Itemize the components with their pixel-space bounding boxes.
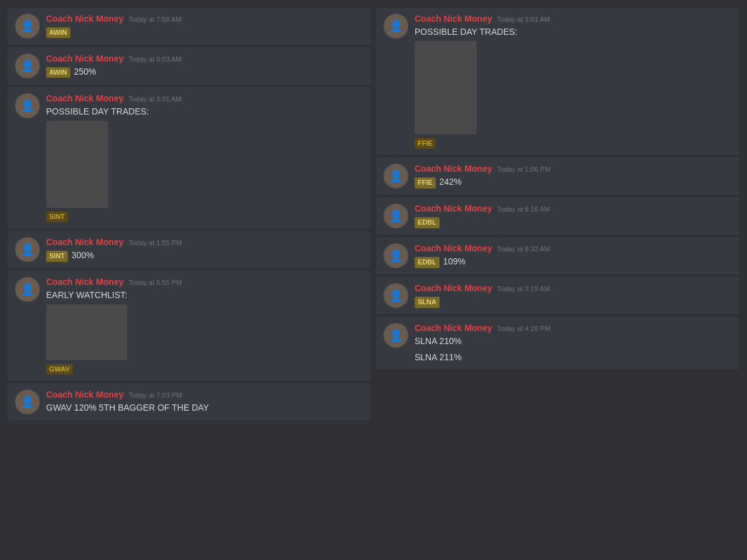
avatar-r5: 👤 bbox=[383, 283, 408, 308]
message-body-l5: EARLY WATCHLIST: GWAV bbox=[46, 289, 364, 375]
body-line-r6-1: SLNA 210% bbox=[415, 335, 732, 348]
image-l3 bbox=[46, 121, 108, 208]
avatar-l3: 👤 bbox=[15, 93, 40, 118]
chat-container: 👤 Coach Nick Money Today at 7:56 AM AWIN… bbox=[0, 0, 747, 560]
timestamp-l2: Today at 9:03 AM bbox=[128, 55, 181, 63]
avatar-l4: 👤 bbox=[15, 237, 40, 262]
message-body-l2: AWIN 250% bbox=[46, 66, 364, 78]
body-text-l4: 300% bbox=[72, 250, 94, 260]
username-r5: Coach Nick Money bbox=[415, 283, 492, 293]
username-r4: Coach Nick Money bbox=[415, 243, 492, 253]
timestamp-l4: Today at 1:55 PM bbox=[128, 239, 182, 246]
left-column: 👤 Coach Nick Money Today at 7:56 AM AWIN… bbox=[5, 5, 374, 555]
message-body-r4: EDBL 109% bbox=[415, 256, 732, 268]
message-body-l4: SINT 300% bbox=[46, 250, 364, 262]
timestamp-l6: Today at 7:03 PM bbox=[128, 391, 182, 399]
body-text-r4: 109% bbox=[443, 256, 466, 266]
message-content-l6: Coach Nick Money Today at 7:03 PM GWAV 1… bbox=[46, 390, 364, 414]
message-header-r1: Coach Nick Money Today at 3:01 AM bbox=[415, 14, 732, 24]
timestamp-l5: Today at 5:55 PM bbox=[128, 279, 182, 286]
message-body-l3: POSSIBLE DAY TRADES: SINT bbox=[46, 106, 364, 222]
message-body-r2: FFIE 242% bbox=[415, 176, 732, 189]
message-l3: 👤 Coach Nick Money Today at 3:01 AM POSS… bbox=[7, 87, 371, 228]
ticker-badge-l1: AWIN bbox=[46, 27, 70, 38]
message-r2: 👤 Coach Nick Money Today at 1:06 PM FFIE… bbox=[376, 157, 740, 195]
timestamp-r6: Today at 4:28 PM bbox=[497, 325, 550, 332]
avatar-l6: 👤 bbox=[15, 390, 40, 414]
ticker-badge-r3: EDBL bbox=[415, 217, 439, 228]
body-line-r6-2: SLNA 211% bbox=[415, 352, 732, 364]
body-text-r1: POSSIBLE DAY TRADES: bbox=[415, 27, 517, 37]
message-l2: 👤 Coach Nick Money Today at 9:03 AM AWIN… bbox=[7, 47, 371, 85]
timestamp-l1: Today at 7:56 AM bbox=[128, 16, 181, 23]
message-header-r4: Coach Nick Money Today at 8:32 AM bbox=[415, 243, 732, 253]
message-r5: 👤 Coach Nick Money Today at 3:19 AM SLNA bbox=[376, 277, 740, 314]
message-r6: 👤 Coach Nick Money Today at 4:28 PM SLNA… bbox=[376, 317, 740, 370]
message-l5: 👤 Coach Nick Money Today at 5:55 PM EARL… bbox=[7, 271, 371, 381]
message-header-r5: Coach Nick Money Today at 3:19 AM bbox=[415, 283, 732, 293]
username-l5: Coach Nick Money bbox=[46, 277, 123, 287]
body-text-r2: 242% bbox=[439, 177, 462, 187]
username-r1: Coach Nick Money bbox=[415, 14, 492, 24]
message-header-r2: Coach Nick Money Today at 1:06 PM bbox=[415, 164, 732, 174]
username-l2: Coach Nick Money bbox=[46, 54, 123, 63]
message-content-r2: Coach Nick Money Today at 1:06 PM FFIE 2… bbox=[415, 164, 732, 189]
avatar-l5: 👤 bbox=[15, 277, 40, 302]
body-text-l5: EARLY WATCHLIST: bbox=[46, 290, 127, 300]
avatar-l1: 👤 bbox=[15, 14, 40, 39]
avatar-r2: 👤 bbox=[383, 164, 408, 189]
message-header-l2: Coach Nick Money Today at 9:03 AM bbox=[46, 54, 364, 63]
timestamp-r2: Today at 1:06 PM bbox=[497, 166, 550, 173]
footer-ticker-l3: SINT bbox=[46, 212, 68, 222]
username-r3: Coach Nick Money bbox=[415, 203, 492, 213]
message-body-r6: SLNA 210% SLNA 211% bbox=[415, 335, 732, 363]
message-header-r6: Coach Nick Money Today at 4:28 PM bbox=[415, 323, 732, 333]
message-header-l1: Coach Nick Money Today at 7:56 AM bbox=[46, 14, 364, 24]
message-l6: 👤 Coach Nick Money Today at 7:03 PM GWAV… bbox=[7, 383, 371, 421]
username-l6: Coach Nick Money bbox=[46, 390, 123, 399]
timestamp-r5: Today at 3:19 AM bbox=[497, 285, 550, 292]
message-content-r6: Coach Nick Money Today at 4:28 PM SLNA 2… bbox=[415, 323, 732, 363]
message-r4: 👤 Coach Nick Money Today at 8:32 AM EDBL… bbox=[376, 237, 740, 274]
body-text-l6: GWAV 120% 5TH BAGGER OF THE DAY bbox=[46, 403, 209, 413]
right-column: 👤 Coach Nick Money Today at 3:01 AM POSS… bbox=[374, 5, 742, 555]
message-body-l6: GWAV 120% 5TH BAGGER OF THE DAY bbox=[46, 402, 364, 414]
message-header-l5: Coach Nick Money Today at 5:55 PM bbox=[46, 277, 364, 287]
message-content-l1: Coach Nick Money Today at 7:56 AM AWIN bbox=[46, 14, 364, 39]
message-content-l5: Coach Nick Money Today at 5:55 PM EARLY … bbox=[46, 277, 364, 375]
message-header-r3: Coach Nick Money Today at 6:16 AM bbox=[415, 203, 732, 213]
ticker-badge-r2: FFIE bbox=[415, 177, 436, 188]
message-body-r1: POSSIBLE DAY TRADES: FFIE bbox=[415, 26, 732, 149]
avatar-r4: 👤 bbox=[383, 243, 408, 268]
body-text-l2: 250% bbox=[74, 67, 96, 77]
ticker-badge-l4: SINT bbox=[46, 251, 68, 261]
avatar-r6: 👤 bbox=[383, 323, 408, 348]
username-r6: Coach Nick Money bbox=[415, 323, 492, 333]
ticker-badge-l2: AWIN bbox=[46, 67, 70, 78]
message-content-r1: Coach Nick Money Today at 3:01 AM POSSIB… bbox=[415, 14, 732, 149]
message-content-r4: Coach Nick Money Today at 8:32 AM EDBL 1… bbox=[415, 243, 732, 268]
message-body-r3: EDBL bbox=[415, 216, 732, 228]
timestamp-r3: Today at 6:16 AM bbox=[497, 205, 550, 213]
timestamp-l3: Today at 3:01 AM bbox=[128, 95, 181, 103]
footer-ticker-r1: FFIE bbox=[415, 138, 436, 149]
image-l5 bbox=[46, 304, 127, 360]
message-content-l2: Coach Nick Money Today at 9:03 AM AWIN 2… bbox=[46, 54, 364, 78]
footer-ticker-l5: GWAV bbox=[46, 364, 73, 375]
username-l4: Coach Nick Money bbox=[46, 237, 123, 247]
message-r1: 👤 Coach Nick Money Today at 3:01 AM POSS… bbox=[376, 7, 740, 155]
timestamp-r4: Today at 8:32 AM bbox=[497, 245, 550, 253]
message-content-l4: Coach Nick Money Today at 1:55 PM SINT 3… bbox=[46, 237, 364, 262]
message-body-l1: AWIN bbox=[46, 26, 364, 39]
message-l4: 👤 Coach Nick Money Today at 1:55 PM SINT… bbox=[7, 231, 371, 268]
ticker-badge-r4: EDBL bbox=[415, 257, 439, 268]
username-l3: Coach Nick Money bbox=[46, 93, 123, 103]
message-header-l4: Coach Nick Money Today at 1:55 PM bbox=[46, 237, 364, 247]
ticker-badge-r5: SLNA bbox=[415, 297, 439, 307]
avatar-r1: 👤 bbox=[383, 14, 408, 39]
message-header-l6: Coach Nick Money Today at 7:03 PM bbox=[46, 390, 364, 399]
message-content-r3: Coach Nick Money Today at 6:16 AM EDBL bbox=[415, 203, 732, 228]
message-content-l3: Coach Nick Money Today at 3:01 AM POSSIB… bbox=[46, 93, 364, 222]
message-l1: 👤 Coach Nick Money Today at 7:56 AM AWIN bbox=[7, 7, 371, 45]
body-text-l3: POSSIBLE DAY TRADES: bbox=[46, 106, 149, 116]
